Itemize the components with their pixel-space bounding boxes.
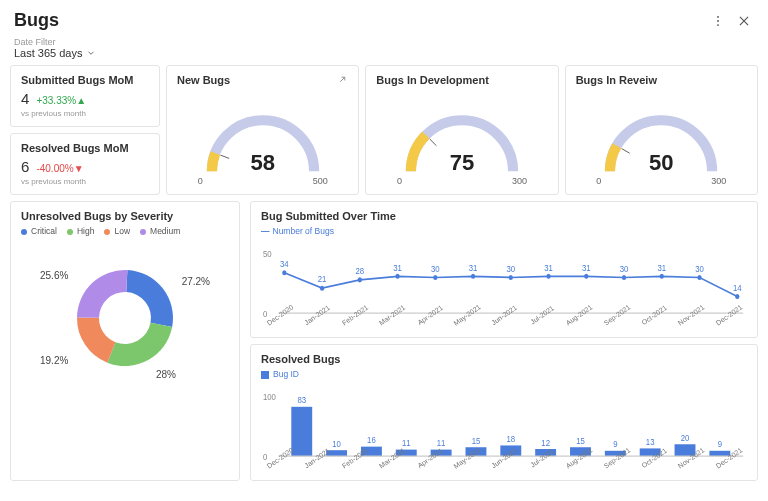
donut-legend: Critical High Low Medium — [21, 226, 229, 236]
kpi-sub: vs previous month — [21, 177, 149, 186]
chevron-down-icon — [86, 48, 96, 58]
page-title: Bugs — [14, 10, 702, 31]
gauge-value: 50 — [649, 150, 673, 176]
card-submitted-mom: Submitted Bugs MoM 4 +33.33%▲ vs previou… — [10, 65, 160, 127]
svg-text:0: 0 — [263, 308, 268, 319]
legend-critical: Critical — [21, 226, 57, 236]
svg-text:83: 83 — [297, 395, 306, 406]
bar-legend: Bug ID — [261, 369, 747, 379]
svg-text:12: 12 — [541, 437, 550, 448]
svg-text:30: 30 — [431, 263, 440, 274]
gauge-value: 75 — [450, 150, 474, 176]
svg-text:10: 10 — [332, 438, 341, 449]
svg-text:31: 31 — [393, 262, 402, 273]
svg-text:31: 31 — [657, 262, 666, 273]
gauge-title: New Bugs — [177, 74, 348, 86]
donut-chart — [40, 240, 210, 390]
bar-title: Resolved Bugs — [261, 353, 747, 365]
line-title: Bug Submitted Over Time — [261, 210, 747, 222]
kpi-value: 4 — [21, 90, 29, 107]
svg-text:50: 50 — [263, 249, 272, 260]
card-new-bugs: New Bugs 58 0500 — [166, 65, 359, 195]
donut-title: Unresolved Bugs by Severity — [21, 210, 229, 222]
kpi-delta: -40.00%▼ — [36, 163, 83, 174]
kpi-title: Resolved Bugs MoM — [21, 142, 149, 154]
legend-high: High — [67, 226, 94, 236]
kpi-delta: +33.33%▲ — [36, 95, 86, 106]
svg-line-3 — [220, 155, 229, 158]
date-filter: Date Filter Last 365 days — [0, 35, 768, 65]
donut-pct-low: 19.2% — [40, 355, 68, 366]
svg-text:13: 13 — [646, 436, 655, 447]
svg-point-2 — [717, 24, 719, 26]
gauge-title: Bugs In Development — [376, 74, 547, 86]
svg-text:100: 100 — [263, 392, 276, 403]
svg-text:21: 21 — [318, 274, 327, 285]
svg-text:31: 31 — [469, 262, 478, 273]
gauge-title: Bugs In Reveiw — [576, 74, 747, 86]
more-icon[interactable] — [708, 11, 728, 31]
kpi-value: 6 — [21, 158, 29, 175]
svg-text:30: 30 — [506, 263, 515, 274]
date-filter-label: Date Filter — [14, 37, 754, 47]
card-submitted-over-time: Bug Submitted Over Time Number of Bugs 0… — [250, 201, 758, 338]
bar-xaxis: Dec-2020Jan-2021Feb-2021Mar-2021Apr-2021… — [261, 465, 747, 472]
line-legend: Number of Bugs — [261, 226, 747, 236]
card-bugs-development: Bugs In Development 75 0300 — [365, 65, 558, 195]
svg-text:15: 15 — [576, 435, 585, 446]
kpi-title: Submitted Bugs MoM — [21, 74, 149, 86]
svg-text:34: 34 — [280, 258, 289, 269]
svg-text:16: 16 — [367, 435, 376, 446]
header: Bugs — [0, 0, 768, 35]
donut-pct-medium: 25.6% — [40, 270, 68, 281]
expand-icon[interactable] — [337, 74, 348, 87]
close-icon[interactable] — [734, 11, 754, 31]
svg-text:28: 28 — [356, 266, 365, 277]
gauge-value: 58 — [250, 150, 274, 176]
bar-chart: 0100831016111115181215913209 — [261, 383, 747, 463]
svg-point-1 — [717, 20, 719, 22]
svg-text:20: 20 — [681, 432, 690, 443]
svg-text:18: 18 — [506, 433, 515, 444]
svg-text:14: 14 — [733, 282, 742, 293]
svg-point-0 — [717, 15, 719, 17]
svg-line-4 — [430, 139, 437, 146]
donut-pct-high: 28% — [156, 369, 176, 380]
card-resolved-mom: Resolved Bugs MoM 6 -40.00%▼ vs previous… — [10, 133, 160, 195]
donut-pct-critical: 27.2% — [182, 276, 210, 287]
legend-medium: Medium — [140, 226, 180, 236]
kpi-sub: vs previous month — [21, 109, 149, 118]
svg-text:30: 30 — [695, 263, 704, 274]
svg-text:9: 9 — [613, 439, 618, 450]
legend-low: Low — [104, 226, 130, 236]
svg-text:9: 9 — [718, 439, 723, 450]
svg-line-5 — [622, 149, 630, 154]
svg-text:0: 0 — [263, 451, 268, 462]
svg-text:31: 31 — [582, 262, 591, 273]
line-chart: 05034212831303130313130313014 — [261, 240, 747, 320]
line-xaxis: Dec-2020Jan-2021Feb-2021Mar-2021Apr-2021… — [261, 322, 747, 329]
svg-text:31: 31 — [544, 262, 553, 273]
svg-text:30: 30 — [620, 263, 629, 274]
card-severity-donut: Unresolved Bugs by Severity Critical Hig… — [10, 201, 240, 481]
card-bugs-review: Bugs In Reveiw 50 0300 — [565, 65, 758, 195]
date-filter-value[interactable]: Last 365 days — [14, 47, 96, 59]
card-resolved-bugs: Resolved Bugs Bug ID 0100831016111115181… — [250, 344, 758, 481]
